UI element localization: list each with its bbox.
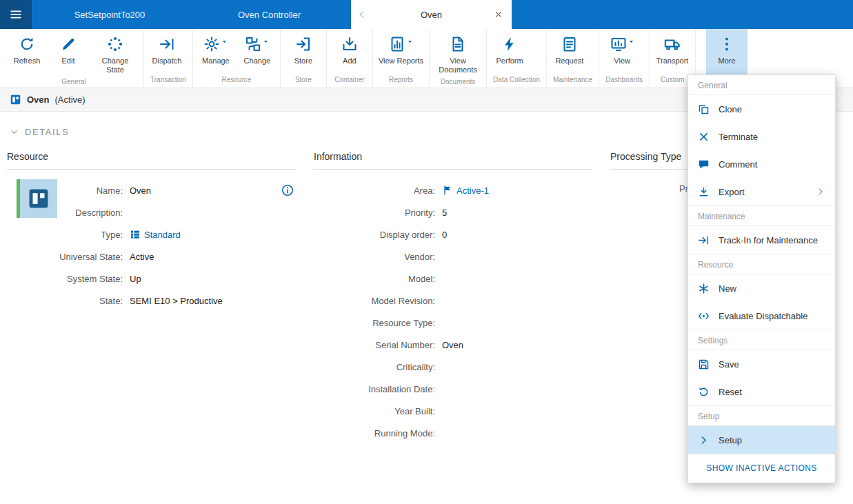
menu-section-header: Maintenance [688, 206, 835, 226]
menu-section-setup: Setup Setup [688, 405, 835, 454]
show-inactive-actions-link[interactable]: SHOW INACTIVE ACTIONS [688, 454, 835, 483]
field-row-system-state: System State: Up [57, 268, 314, 290]
tab-label: Oven Controller [238, 10, 301, 20]
menu-section-header: Resource [688, 254, 835, 274]
details-header-label: DETAILS [25, 127, 69, 137]
menu-item-export[interactable]: Export [688, 178, 835, 205]
field-row-model-revision: Model Revision: [314, 290, 610, 312]
submenu-chevron-icon [816, 187, 825, 196]
menu-item-track-in-for-maintenance[interactable]: Track-In for Maintenance [688, 226, 835, 254]
chevron-down-icon [10, 128, 19, 137]
menu-section-resource: Resource New Evaluate Dispatchable [688, 254, 835, 330]
pencil-icon [60, 35, 77, 53]
breadcrumb-title: Oven [27, 94, 50, 105]
menu-section-header: Setup [688, 406, 835, 426]
ribbon-group-transaction: Dispatch Transaction [144, 29, 193, 88]
hamburger-menu-button[interactable] [0, 0, 32, 29]
change-button[interactable]: Change [237, 29, 278, 74]
menu-item-setup[interactable]: Setup [688, 426, 835, 454]
menu-section-general: General Clone Terminate Comment Export [688, 75, 835, 205]
ribbon-group-container: Add Container [327, 29, 373, 88]
back-chevron-icon[interactable] [357, 9, 372, 20]
menu-section-settings: Settings Save Reset [688, 330, 835, 405]
resource-panel: Resource Name: Oven Description: Type: [7, 147, 314, 444]
ribbon-group-store: Store Store [281, 29, 327, 88]
ribbon-group-maintenance: Request Maintenance [547, 29, 599, 88]
information-section-title: Information [314, 147, 592, 170]
add-container-icon [341, 35, 358, 53]
view-dashboards-button[interactable]: View [601, 29, 643, 74]
more-actions-menu: General Clone Terminate Comment Export M… [688, 74, 836, 483]
resource-logo-icon [27, 187, 50, 210]
area-link[interactable]: Active-1 [442, 185, 489, 196]
flag-icon [442, 185, 453, 196]
resource-section-title: Resource [7, 147, 296, 170]
breadcrumb-status: (Active) [55, 94, 86, 105]
edit-button[interactable]: Edit [48, 29, 89, 76]
menu-item-new[interactable]: New [688, 274, 835, 302]
menu-item-reset[interactable]: Reset [688, 378, 835, 405]
add-container-button[interactable]: Add [329, 29, 370, 74]
menu-item-terminate[interactable]: Terminate [688, 123, 835, 150]
tab-oven-controller[interactable]: Oven Controller [188, 0, 351, 29]
tab-setsetpointto200[interactable]: SetSetpointTo200 [32, 0, 188, 29]
request-button[interactable]: Request [549, 29, 590, 74]
type-grid-icon [130, 229, 141, 240]
change-state-button[interactable]: Change State [89, 29, 141, 76]
refresh-button[interactable]: Refresh [6, 29, 48, 76]
type-link[interactable]: Standard [130, 229, 181, 240]
field-value-name: Oven [130, 185, 151, 196]
ribbon-group-dashboards: View Dashboards [599, 29, 650, 88]
menu-section-header: Settings [688, 330, 835, 350]
menu-item-evaluate-dispatchable[interactable]: Evaluate Dispatchable [688, 302, 835, 330]
save-icon [698, 359, 710, 370]
menu-section-maintenance: Maintenance Track-In for Maintenance [688, 205, 835, 254]
ribbon-group-resource: Manage Change Resource [193, 29, 281, 88]
ribbon-group-reports: View Reports Reports [373, 29, 430, 88]
field-row-vendor: Vendor: [314, 245, 610, 268]
menu-item-save[interactable]: Save [688, 350, 835, 378]
field-row-type: Type: Standard [57, 223, 314, 245]
tab-oven-active[interactable]: Oven [351, 0, 512, 29]
ribbon-group-label: Resource [195, 74, 278, 88]
menu-item-comment[interactable]: Comment [688, 150, 835, 178]
field-row-universal-state: Universal State: Active [57, 245, 314, 268]
ribbon-group-label: Reports [375, 74, 427, 88]
menu-item-clone[interactable]: Clone [688, 95, 835, 123]
field-value-state: SEMI E10 > Productive [130, 296, 223, 306]
ribbon-group-documents: View Documents Documents [430, 29, 487, 88]
transport-button[interactable]: Transport [652, 29, 693, 74]
store-icon [295, 35, 312, 53]
asterisk-icon [698, 283, 710, 294]
info-icon[interactable] [281, 183, 294, 197]
dropdown-caret-icon [628, 39, 634, 45]
perform-button[interactable]: Perform [489, 29, 530, 74]
details-section-toggle[interactable]: DETAILS [0, 112, 79, 140]
menu-section-header: General [688, 75, 835, 95]
ribbon-group-label: Container [329, 74, 370, 88]
field-row-display-order: Display order: 0 [314, 223, 610, 245]
dispatch-icon [159, 35, 175, 53]
close-tab-icon[interactable] [491, 10, 506, 19]
view-documents-button[interactable]: View Documents [432, 29, 484, 76]
ribbon-group-label: Documents [432, 76, 484, 90]
manage-button[interactable]: Manage [195, 29, 237, 74]
field-row-installation-date: Installation Date: [314, 378, 610, 400]
information-panel: Information Area: Active-1 Priority: 5 D… [314, 147, 610, 444]
field-row-running-mode: Running Mode: [314, 422, 610, 444]
field-value-universal-state: Active [130, 252, 154, 262]
ribbon-group-label: General [6, 76, 141, 90]
export-icon [698, 186, 710, 198]
resource-logo-icon [10, 94, 21, 105]
truck-icon [664, 35, 681, 53]
evaluate-icon [698, 310, 710, 322]
ellipsis-vertical-icon [719, 35, 735, 53]
tab-label: SetSetpointTo200 [74, 10, 145, 20]
field-row-name: Name: Oven [57, 179, 314, 201]
store-button[interactable]: Store [283, 29, 324, 74]
field-row-area: Area: Active-1 [314, 179, 610, 201]
dispatch-button[interactable]: Dispatch [146, 29, 188, 74]
field-row-year-built: Year Built: [314, 400, 610, 422]
resource-image[interactable] [17, 179, 57, 218]
view-reports-button[interactable]: View Reports [375, 29, 427, 74]
